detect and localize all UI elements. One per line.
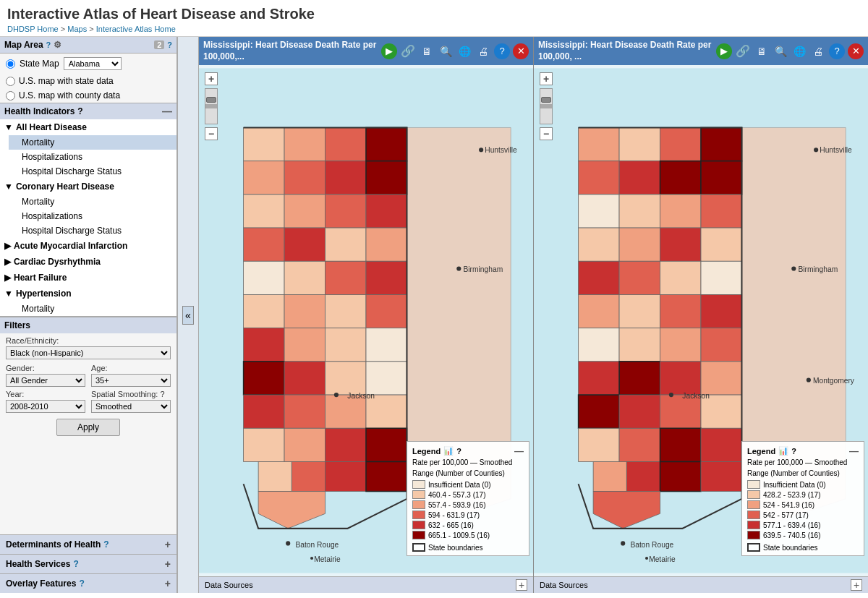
age-label: Age: (91, 364, 171, 372)
determinants-section[interactable]: Determinants of Health ? + (0, 534, 176, 554)
race-label: Race/Ethnicity: (6, 336, 171, 345)
svg-rect-77 (660, 261, 701, 294)
breadcrumb-maps[interactable]: Maps (67, 25, 87, 33)
svg-point-108 (807, 378, 811, 383)
svg-rect-25 (366, 295, 407, 328)
map1-zoom-btn[interactable]: 🔍 (438, 43, 454, 59)
svg-point-104 (814, 148, 818, 152)
year-select[interactable]: 2008-2010 2007-2009 2006-2008 (6, 400, 85, 413)
smoothing-select[interactable]: Smoothed Crude (91, 400, 171, 413)
map1-close-btn[interactable]: ✕ (513, 43, 529, 59)
determinants-help-icon[interactable]: ? (103, 539, 109, 550)
map2-zoom-in-btn[interactable]: + (540, 72, 553, 85)
map1-data-sources-expand-btn[interactable]: + (516, 579, 527, 591)
health-services-help-icon[interactable]: ? (73, 559, 78, 569)
tree-group-ami[interactable]: ▶ Acute Myocardial Infarction (0, 238, 176, 254)
tree-group-cardiac[interactable]: ▶ Cardiac Dysrhythmia (0, 254, 176, 270)
tree-item-coronary-hospitalizations[interactable]: Hospitalizations (9, 209, 176, 223)
health-services-section[interactable]: Health Services ? + (0, 554, 176, 573)
collapse-sidebar-btn[interactable]: « (182, 306, 194, 325)
map-area-settings-icon[interactable]: ⚙ (54, 40, 61, 50)
map1-help-btn[interactable]: ? (494, 43, 510, 59)
svg-text:Jackson: Jackson (682, 392, 710, 400)
svg-rect-17 (366, 228, 407, 261)
map-panel-2: Mississippi: Heart Disease Death Rate pe… (533, 37, 868, 593)
map2-data-sources-expand-btn[interactable]: + (851, 579, 862, 591)
svg-rect-19 (284, 261, 325, 294)
tree-item-coronary-mortality[interactable]: Mortality (9, 195, 176, 209)
state-select[interactable]: Alabama Mississippi Alaska (64, 57, 122, 70)
separator-panel[interactable]: « (177, 37, 199, 593)
map2-zoom-btn[interactable]: 🔍 (773, 43, 788, 59)
breadcrumb-interactive[interactable]: Interactive Atlas Home (96, 25, 176, 33)
map1-screen-btn[interactable]: 🖥 (419, 43, 435, 59)
map2-zoom-out-btn[interactable]: − (540, 127, 553, 140)
map2-toolbar: Mississippi: Heart Disease Death Rate pe… (534, 37, 868, 65)
breadcrumb: DHDSP Home > Maps > Interactive Atlas Ho… (7, 25, 861, 33)
map1-legend-subtitle: Rate per 100,000 — Smoothed (412, 458, 524, 466)
tree-group-coronary-hd[interactable]: ▼ Coronary Heart Disease (0, 179, 176, 195)
age-select[interactable]: 35+ All Ages 65+ (91, 374, 171, 387)
map-area-help-icon[interactable]: ? (46, 40, 51, 49)
state-map-radio[interactable] (6, 59, 15, 69)
gender-select[interactable]: All Gender Male Female (6, 374, 85, 387)
tree-group-all-heart-disease[interactable]: ▼ All Heart Disease (0, 119, 176, 135)
map2-legend-item-1: 428.2 - 523.9 (17) (747, 490, 859, 499)
apply-button[interactable]: Apply (56, 419, 120, 436)
determinants-expand-btn[interactable]: + (165, 539, 171, 550)
map2-data-sources-label[interactable]: Data Sources (540, 581, 588, 589)
svg-rect-38 (244, 428, 284, 461)
map2-print-btn[interactable]: 🖨 (810, 43, 826, 59)
map1-legend-chart-icon[interactable]: 📊 (443, 446, 454, 456)
tree-item-all-hd-discharge[interactable]: Hospital Discharge Status (9, 164, 176, 179)
map1-zoom-in-btn[interactable]: + (205, 72, 218, 85)
map1-play-btn[interactable]: ▶ (381, 43, 397, 59)
overlay-features-section[interactable]: Overlay Features ? + (0, 573, 176, 593)
smoothing-help-icon[interactable]: ? (160, 390, 164, 398)
map2-close-btn[interactable]: ✕ (848, 43, 864, 59)
svg-rect-18 (244, 261, 284, 294)
us-state-data-label: U.S. map with state data (19, 76, 114, 86)
map1-title: Mississippi: Heart Disease Death Rate pe… (203, 40, 378, 62)
map2-screen-btn[interactable]: 🖥 (754, 43, 770, 59)
svg-rect-70 (701, 195, 741, 228)
us-county-data-radio[interactable] (6, 91, 15, 101)
race-select[interactable]: Black (non-Hispanic) White (non-Hispanic… (6, 346, 171, 359)
map2-legend-close-btn[interactable]: — (849, 445, 859, 456)
breadcrumb-home[interactable]: DHDSP Home (7, 25, 59, 33)
overlay-features-expand-btn[interactable]: + (165, 578, 171, 589)
gender-age-row: Gender: All Gender Male Female Age: 35+ … (0, 362, 176, 388)
map1-zoom-out-btn[interactable]: − (205, 127, 218, 140)
map-area-help2-icon[interactable]: ? (167, 40, 172, 49)
overlay-features-help-icon[interactable]: ? (79, 578, 84, 589)
tree-item-hypertension-mortality[interactable]: Mortality (9, 302, 176, 316)
health-services-expand-btn[interactable]: + (165, 558, 171, 570)
tree-item-all-hd-hospitalizations[interactable]: Hospitalizations (9, 150, 176, 164)
map2-link-btn[interactable]: 🔗 (735, 43, 751, 59)
map2-play-btn[interactable]: ▶ (716, 43, 732, 59)
us-state-data-radio[interactable] (6, 77, 15, 86)
tree-group-heart-failure[interactable]: ▶ Heart Failure (0, 270, 176, 286)
map1-print-btn[interactable]: 🖨 (475, 43, 491, 59)
map1-legend-help-icon[interactable]: ? (456, 447, 461, 456)
map1-link-btn[interactable]: 🔗 (400, 43, 416, 59)
map1-zoom-slider[interactable] (205, 88, 218, 124)
map2-globe-btn[interactable]: 🌐 (791, 43, 807, 59)
map2-legend-chart-icon[interactable]: 📊 (778, 446, 788, 456)
race-filter-row: Race/Ethnicity: Black (non-Hispanic) Whi… (0, 333, 176, 362)
map2-zoom-slider[interactable] (540, 88, 553, 124)
map-panel-1: Mississippi: Heart Disease Death Rate pe… (199, 37, 533, 593)
health-indicators-help-icon[interactable]: ? (77, 106, 82, 116)
health-indicators-collapse-btn[interactable]: — (162, 106, 172, 116)
legend-item-5: 665.1 - 1009.5 (16) (412, 531, 524, 539)
tree-item-coronary-discharge[interactable]: Hospital Discharge Status (9, 223, 176, 238)
tree-group-hypertension[interactable]: ▼ Hypertension (0, 286, 176, 302)
map2-help-btn[interactable]: ? (829, 43, 845, 59)
map1-globe-btn[interactable]: 🌐 (456, 43, 472, 59)
map2-legend-help-icon[interactable]: ? (791, 447, 796, 456)
map1-legend-close-btn[interactable]: — (514, 445, 524, 456)
health-indicators-tree: ▼ All Heart Disease Mortality Hospitaliz… (0, 119, 176, 317)
map1-data-sources-label[interactable]: Data Sources (205, 581, 253, 589)
tree-item-all-hd-mortality[interactable]: Mortality (9, 135, 176, 150)
map2-title: Mississippi: Heart Disease Death Rate pe… (538, 40, 713, 62)
